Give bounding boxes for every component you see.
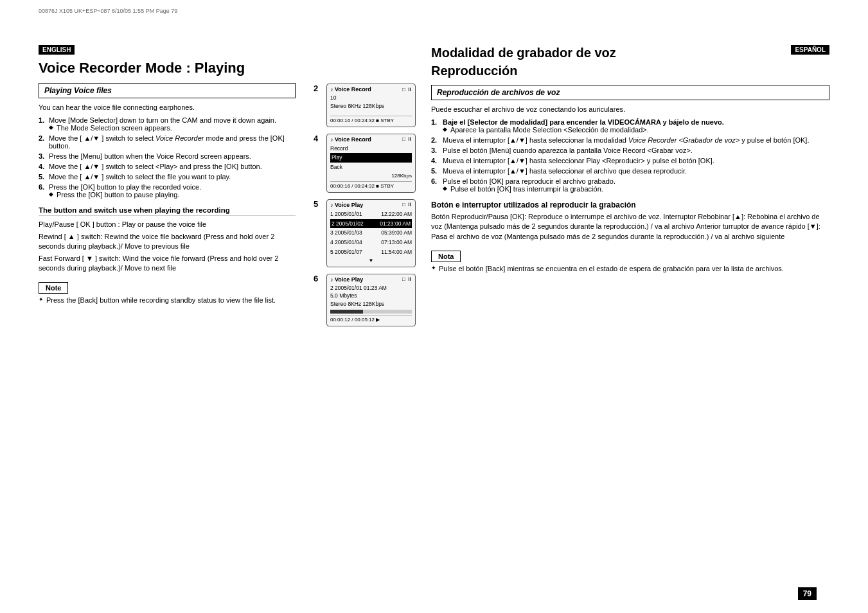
screen-2-device: ♪ Voice Record □ ⏸ 10 Stereo 8KHz 128Kbp… (326, 84, 416, 127)
english-lang-tag: ENGLISH (39, 45, 75, 55)
english-intro: You can hear the voice file connecting e… (39, 103, 296, 111)
spanish-step-2: 2. Mueva el interruptor [▲/▼] hasta sele… (431, 136, 829, 144)
spanish-button-section-title: Botón e interruptor utilizados al reprod… (431, 200, 829, 209)
screen-4-wrap: 4 ♪ Voice Record □ ⏸ Record Play Back 12… (314, 134, 416, 193)
english-steps-list: 1. Move [Mode Selector] down to turn on … (39, 116, 296, 199)
english-button-row-3: Fast Forward [ ▼ ] switch: Wind the voic… (39, 254, 296, 274)
screen-4-device: ♪ Voice Record □ ⏸ Record Play Back 128K… (326, 134, 416, 193)
english-button-section-title: The button and switch use when playing t… (39, 206, 296, 216)
english-step-5: 5. Move the [ ▲/▼ ] switch to select the… (39, 173, 296, 181)
english-section-title: Playing Voice files (44, 86, 112, 95)
screen-6-device: ♪ Voice Play □ ⏸ 2 2005/01/01 01:23 AM 5… (326, 274, 416, 326)
spanish-header: Modalidad de grabador de voz Reproducció… (431, 45, 829, 81)
screens-column: 2 ♪ Voice Record □ ⏸ 10 Stereo 8KHz 128K… (308, 84, 421, 326)
english-step-6: 6. Press the [OK] button to play the rec… (39, 183, 296, 199)
english-step-1: 1. Move [Mode Selector] down to turn on … (39, 116, 296, 132)
english-step-4: 4. Move the [ ▲/▼ ] switch to select <Pl… (39, 163, 296, 170)
spanish-lang-tag: ESPAÑOL (791, 45, 829, 55)
english-step-3: 3. Press the [Menu] button when the Voic… (39, 152, 296, 160)
english-column: ENGLISH Voice Recorder Mode : Playing Pl… (39, 45, 308, 326)
spanish-step-5: 5. Mueva el interruptor [▲/▼] hasta sele… (431, 167, 829, 175)
screen-5-num: 5 (314, 199, 324, 209)
spanish-step-1: 1. Baje el [Selector de modalidad] para … (431, 118, 829, 134)
english-button-section: The button and switch use when playing t… (39, 206, 296, 273)
spanish-button-section: Botón e interruptor utilizados al reprod… (431, 200, 829, 242)
screen-2-wrap: 2 ♪ Voice Record □ ⏸ 10 Stereo 8KHz 128K… (314, 84, 416, 127)
page-number: 79 (798, 587, 817, 600)
screen-2-num: 2 (314, 84, 324, 93)
english-note-text: Press the [Back] button while recording … (39, 296, 296, 304)
screen-6-wrap: 6 ♪ Voice Play □ ⏸ 2 2005/01/01 01:23 AM… (314, 274, 416, 326)
page-container: 00876J X105 UK+ESP~087 6/10/05 1:55 PM P… (0, 0, 868, 613)
spanish-section-box: Reproducción de archivos de voz (431, 85, 829, 100)
english-main-title: Voice Recorder Mode : Playing (39, 60, 296, 76)
spanish-steps-list: 1. Baje el [Selector de modalidad] para … (431, 118, 829, 193)
spanish-note-box: Nota Pulse el botón [Back] mientras se e… (431, 247, 829, 272)
spanish-step-3: 3. Pulse el botón [Menú] cuando aparezca… (431, 147, 829, 154)
screen-6-num: 6 (314, 274, 324, 283)
header-meta: 00876J X105 UK+ESP~087 6/10/05 1:55 PM P… (39, 8, 177, 14)
spanish-title-1: Modalidad de grabador de voz (431, 45, 616, 60)
spanish-step-4: 4. Mueva el interruptor [▲/▼] hasta sele… (431, 157, 829, 164)
screen-5-device: ♪ Voice Play □ ⏸ 1 2005/01/0112:22:00 AM… (326, 199, 416, 267)
spanish-note-text: Pulse el botón [Back] mientras se encuen… (431, 265, 829, 272)
spanish-step-6: 6. Pulse el botón [OK] para reproducir e… (431, 177, 829, 193)
spanish-title-2: Reproducción (431, 63, 616, 78)
spanish-section-title: Reproducción de archivos de voz (437, 88, 560, 97)
screen-5-wrap: 5 ♪ Voice Play □ ⏸ 1 2005/01/0112:22:00 … (314, 199, 416, 267)
english-button-row-1: Play/Pause [ OK ] button : Play or pause… (39, 220, 296, 229)
screen-4-num: 4 (314, 134, 324, 143)
spanish-button-row-1: Botón Reproducir/Pausa [OK]: Reproduce o… (431, 212, 829, 242)
spanish-intro: Puede escuchar el archivo de voz conecta… (431, 105, 829, 113)
spanish-column: Modalidad de grabador de voz Reproducció… (421, 45, 829, 326)
english-button-row-2: Rewind [ ▲ ] switch: Rewind the voice fi… (39, 232, 296, 252)
english-step-2: 2. Move the [ ▲/▼ ] switch to select Voi… (39, 134, 296, 150)
english-note-box: Note Press the [Back] button while recor… (39, 278, 296, 304)
english-section-box: Playing Voice files (39, 83, 296, 98)
